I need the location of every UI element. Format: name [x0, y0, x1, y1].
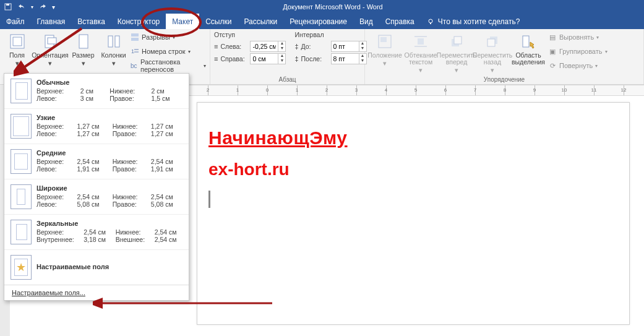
position-icon — [376, 32, 394, 51]
undo-dropdown-icon[interactable]: ▾ — [31, 4, 33, 10]
margins-thumb-icon — [11, 114, 32, 139]
columns-label: Колонки — [101, 52, 126, 59]
spacing-heading: Интервал — [294, 31, 366, 38]
indent-right-label: Справа: — [220, 55, 247, 62]
undo-icon[interactable] — [17, 2, 26, 11]
breaks-label: Разрывы — [142, 33, 170, 41]
bring-forward-label: Переместить вперед — [437, 52, 476, 66]
page-setup-stack: Разрывы ▾ 1 Номера строк ▾ bc Расстановк… — [131, 31, 206, 72]
spacing-after-label: После: — [301, 55, 328, 62]
group-objects-label: Группировать — [559, 48, 603, 55]
margins-option-title: Широкие — [36, 184, 182, 192]
window-title: Документ Microsoft Word - Word — [59, 3, 607, 11]
horizontal-ruler[interactable]: 21012345678910111213 — [189, 85, 644, 96]
margins-thumb-icon — [11, 149, 32, 174]
rotate-button[interactable]: ⟳ Повернуть ▾ — [548, 59, 608, 72]
spacing-before-spinner[interactable]: ▲▼ — [331, 41, 367, 52]
doc-subheading[interactable]: ex-hort.ru — [208, 160, 618, 179]
margins-option-title: Обычные — [36, 79, 182, 86]
svg-text:1: 1 — [131, 48, 134, 54]
wrap-button[interactable]: Обтекание текстом ▾ — [405, 31, 437, 74]
indent-left-icon: ≡ — [214, 43, 218, 50]
columns-button[interactable]: Колонки ▾ — [100, 31, 127, 67]
wrap-label: Обтекание текстом — [405, 52, 437, 66]
document-workspace: 21012345678910111213 НачинающЭму ex-hort… — [189, 85, 644, 336]
tab-help[interactable]: Справка — [379, 14, 421, 29]
chevron-down-icon: ▾ — [383, 60, 387, 67]
hyphenation-icon: bc — [131, 61, 138, 70]
margins-custom-title: Настраиваемые поля — [36, 263, 109, 270]
tab-insert[interactable]: Вставка — [71, 14, 111, 29]
margins-option-last-custom[interactable]: Настраиваемые поля — [4, 249, 189, 285]
lightbulb-icon — [427, 18, 434, 25]
orientation-button[interactable]: Ориентация ▾ — [34, 31, 66, 67]
chevron-down-icon: ▾ — [82, 60, 85, 67]
group-arrange: Положение ▾ Обтекание текстом ▾ Перемест… — [365, 29, 644, 84]
bring-forward-icon — [447, 32, 466, 51]
align-label: Выровнять — [559, 33, 594, 41]
chevron-down-icon: ▾ — [419, 67, 423, 74]
send-backward-button[interactable]: Переместить назад ▾ — [476, 31, 509, 74]
indent-right-spinner[interactable]: ▲▼ — [250, 53, 286, 64]
position-button[interactable]: Положение ▾ — [369, 31, 401, 67]
spacing-block: Интервал ‡ До: ▲▼ ‡ После: ▲▼ — [294, 31, 366, 64]
spacing-after-input[interactable] — [332, 54, 359, 64]
tell-me[interactable]: Что вы хотите сделать? — [421, 14, 526, 29]
tab-file[interactable]: Файл — [0, 14, 31, 29]
hyphenation-label: Расстановка переносов — [140, 58, 201, 73]
qat-more-icon[interactable]: ▾ — [52, 4, 55, 11]
tab-view[interactable]: Вид — [353, 14, 379, 29]
text-cursor — [208, 191, 210, 208]
indent-right-icon: ≡ — [214, 55, 218, 62]
tab-design[interactable]: Конструктор — [111, 14, 166, 29]
margins-option[interactable]: ЗеркальныеВерхнее:2,54 смНижнее:2,54 смВ… — [4, 214, 189, 249]
svg-rect-8 — [79, 35, 88, 48]
size-button[interactable]: Размер ▾ — [70, 31, 97, 67]
tell-me-label: Что вы хотите сделать? — [438, 17, 520, 26]
line-numbers-label: Номера строк — [142, 48, 186, 55]
align-button[interactable]: ▤ Выровнять ▾ — [548, 31, 608, 43]
redo-icon[interactable] — [38, 2, 47, 11]
tab-home[interactable]: Главная — [31, 14, 72, 29]
indent-right-input[interactable] — [251, 54, 278, 64]
svg-text:bc: bc — [131, 62, 137, 69]
hyphenation-button[interactable]: bc Расстановка переносов ▾ — [131, 59, 206, 72]
position-label: Положение — [367, 52, 402, 59]
margins-dropdown: ОбычныеВерхнее:2 смНижнее:2 смЛевое:3 см… — [4, 73, 189, 301]
spacing-before-input[interactable] — [332, 41, 359, 51]
margins-option[interactable]: УзкиеВерхнее:1,27 смНижнее:1,27 смЛевое:… — [4, 108, 189, 144]
indent-left-spinner[interactable]: ▲▼ — [250, 41, 286, 52]
selection-pane-button[interactable]: Область выделения — [512, 31, 544, 66]
spin-down-icon[interactable]: ▼ — [278, 59, 285, 64]
doc-heading[interactable]: НачинающЭму — [208, 127, 618, 149]
tab-mailings[interactable]: Рассылки — [238, 14, 283, 29]
size-icon — [74, 32, 93, 51]
document-page[interactable]: НачинающЭму ex-hort.ru — [197, 102, 630, 325]
quick-access-toolbar: ▾ ▾ — [0, 2, 59, 11]
margins-option[interactable]: СредниеВерхнее:2,54 смНижнее:2,54 смЛево… — [4, 144, 189, 179]
bring-forward-button[interactable]: Переместить вперед ▾ — [440, 31, 473, 74]
tab-references[interactable]: Ссылки — [199, 14, 238, 29]
save-icon[interactable] — [4, 2, 12, 11]
tab-layout[interactable]: Макет — [166, 14, 199, 29]
svg-rect-12 — [131, 38, 139, 41]
breaks-button[interactable]: Разрывы ▾ — [131, 31, 206, 43]
svg-rect-1 — [6, 4, 9, 6]
spin-down-icon[interactable]: ▼ — [278, 46, 285, 51]
margins-custom-footer[interactable]: Настраиваемые поля... — [4, 285, 189, 300]
group-objects-button[interactable]: ▣ Группировать ▾ — [548, 45, 608, 58]
margins-option[interactable]: ШирокиеВерхнее:2,54 смНижнее:2,54 смЛево… — [4, 179, 189, 214]
chevron-down-icon: ▾ — [491, 67, 494, 74]
svg-point-2 — [429, 19, 432, 23]
margins-option-title: Средние — [36, 149, 182, 157]
margins-option[interactable]: ОбычныеВерхнее:2 смНижнее:2 смЛевое:3 см… — [4, 74, 189, 108]
tab-review[interactable]: Рецензирование — [283, 14, 353, 29]
indent-left-label: Слева: — [220, 43, 247, 50]
line-numbers-icon: 1 — [131, 47, 139, 56]
spacing-after-spinner[interactable]: ▲▼ — [331, 53, 367, 64]
line-numbers-button[interactable]: 1 Номера строк ▾ — [131, 45, 206, 58]
breaks-icon — [131, 33, 139, 41]
margins-button[interactable]: Поля ▾ — [4, 31, 30, 67]
group-icon: ▣ — [548, 47, 557, 56]
indent-left-input[interactable] — [251, 41, 278, 51]
